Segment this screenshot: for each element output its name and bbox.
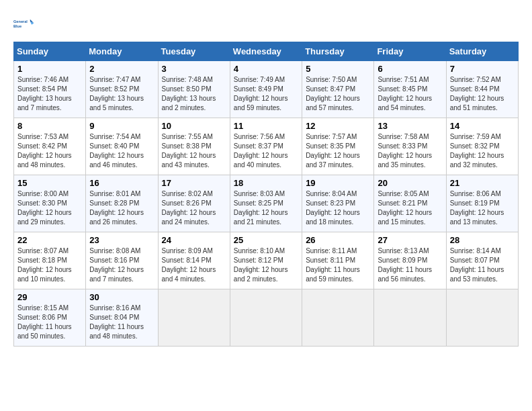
day-info: Sunrise: 8:02 AM Sunset: 8:26 PM Dayligh…: [162, 189, 226, 227]
day-info: Sunrise: 7:56 AM Sunset: 8:37 PM Dayligh…: [234, 132, 298, 170]
day-header-thursday: Thursday: [302, 42, 374, 61]
day-number: 18: [234, 178, 298, 188]
calendar-cell: 30Sunrise: 8:16 AM Sunset: 8:04 PM Dayli…: [86, 289, 158, 347]
day-number: 10: [162, 121, 226, 131]
calendar-cell: 10Sunrise: 7:55 AM Sunset: 8:38 PM Dayli…: [158, 118, 230, 175]
calendar-cell: 21Sunrise: 8:06 AM Sunset: 8:19 PM Dayli…: [446, 175, 518, 232]
calendar-cell: 2Sunrise: 7:47 AM Sunset: 8:52 PM Daylig…: [86, 61, 158, 118]
day-number: 7: [450, 64, 515, 74]
calendar-cell: 19Sunrise: 8:04 AM Sunset: 8:23 PM Dayli…: [302, 175, 374, 232]
day-info: Sunrise: 8:11 AM Sunset: 8:11 PM Dayligh…: [306, 246, 370, 284]
calendar-cell: 9Sunrise: 7:54 AM Sunset: 8:40 PM Daylig…: [86, 118, 158, 175]
day-info: Sunrise: 8:14 AM Sunset: 8:07 PM Dayligh…: [450, 246, 515, 284]
calendar-cell: 16Sunrise: 8:01 AM Sunset: 8:28 PM Dayli…: [86, 175, 158, 232]
calendar-cell: [158, 289, 230, 347]
day-info: Sunrise: 8:07 AM Sunset: 8:18 PM Dayligh…: [17, 246, 82, 284]
calendar-cell: 7Sunrise: 7:52 AM Sunset: 8:44 PM Daylig…: [446, 61, 518, 118]
calendar-cell: 5Sunrise: 7:50 AM Sunset: 8:47 PM Daylig…: [302, 61, 374, 118]
day-info: Sunrise: 8:13 AM Sunset: 8:09 PM Dayligh…: [378, 246, 442, 284]
day-info: Sunrise: 8:15 AM Sunset: 8:06 PM Dayligh…: [17, 304, 82, 341]
calendar-cell: [374, 289, 446, 347]
calendar-cell: [302, 289, 374, 347]
calendar-cell: 28Sunrise: 8:14 AM Sunset: 8:07 PM Dayli…: [446, 232, 518, 289]
calendar-cell: 6Sunrise: 7:51 AM Sunset: 8:45 PM Daylig…: [374, 61, 446, 118]
calendar-cell: 8Sunrise: 7:53 AM Sunset: 8:42 PM Daylig…: [14, 118, 86, 175]
day-number: 16: [89, 178, 154, 188]
day-number: 21: [450, 178, 515, 188]
day-number: 25: [234, 235, 298, 245]
day-info: Sunrise: 7:49 AM Sunset: 8:49 PM Dayligh…: [234, 75, 298, 113]
calendar-cell: 13Sunrise: 7:58 AM Sunset: 8:33 PM Dayli…: [374, 118, 446, 175]
day-number: 27: [378, 235, 442, 245]
day-number: 1: [17, 64, 82, 74]
calendar-cell: 26Sunrise: 8:11 AM Sunset: 8:11 PM Dayli…: [302, 232, 374, 289]
day-number: 4: [234, 64, 298, 74]
day-number: 13: [378, 121, 442, 131]
day-info: Sunrise: 8:00 AM Sunset: 8:30 PM Dayligh…: [17, 189, 82, 227]
day-info: Sunrise: 7:50 AM Sunset: 8:47 PM Dayligh…: [306, 75, 370, 113]
day-info: Sunrise: 7:52 AM Sunset: 8:44 PM Dayligh…: [450, 75, 515, 113]
day-number: 12: [306, 121, 370, 131]
day-number: 26: [306, 235, 370, 245]
day-number: 24: [162, 235, 226, 245]
header: GeneralBlue: [13, 13, 519, 35]
day-info: Sunrise: 8:03 AM Sunset: 8:25 PM Dayligh…: [234, 189, 298, 227]
day-info: Sunrise: 8:05 AM Sunset: 8:21 PM Dayligh…: [378, 189, 442, 227]
day-number: 22: [17, 235, 82, 245]
day-header-saturday: Saturday: [446, 42, 518, 61]
calendar-cell: 22Sunrise: 8:07 AM Sunset: 8:18 PM Dayli…: [14, 232, 86, 289]
day-number: 6: [378, 64, 442, 74]
calendar-cell: 23Sunrise: 8:08 AM Sunset: 8:16 PM Dayli…: [86, 232, 158, 289]
day-header-wednesday: Wednesday: [230, 42, 302, 61]
calendar-cell: 25Sunrise: 8:10 AM Sunset: 8:12 PM Dayli…: [230, 232, 302, 289]
day-number: 9: [89, 121, 154, 131]
logo-icon: GeneralBlue: [13, 13, 35, 35]
days-header-row: SundayMondayTuesdayWednesdayThursdayFrid…: [14, 42, 519, 61]
day-number: 15: [17, 178, 82, 188]
calendar-cell: 3Sunrise: 7:48 AM Sunset: 8:50 PM Daylig…: [158, 61, 230, 118]
day-info: Sunrise: 8:06 AM Sunset: 8:19 PM Dayligh…: [450, 189, 515, 227]
week-row-1: 1Sunrise: 7:46 AM Sunset: 8:54 PM Daylig…: [14, 61, 519, 118]
day-number: 8: [17, 121, 82, 131]
calendar-cell: 27Sunrise: 8:13 AM Sunset: 8:09 PM Dayli…: [374, 232, 446, 289]
calendar-cell: 20Sunrise: 8:05 AM Sunset: 8:21 PM Dayli…: [374, 175, 446, 232]
day-info: Sunrise: 8:16 AM Sunset: 8:04 PM Dayligh…: [89, 304, 154, 341]
calendar-cell: 29Sunrise: 8:15 AM Sunset: 8:06 PM Dayli…: [14, 289, 86, 347]
day-info: Sunrise: 8:08 AM Sunset: 8:16 PM Dayligh…: [89, 246, 154, 284]
calendar-table: SundayMondayTuesdayWednesdayThursdayFrid…: [13, 42, 519, 347]
week-row-2: 8Sunrise: 7:53 AM Sunset: 8:42 PM Daylig…: [14, 118, 519, 175]
week-row-5: 29Sunrise: 8:15 AM Sunset: 8:06 PM Dayli…: [14, 289, 519, 347]
day-number: 3: [162, 64, 226, 74]
day-number: 19: [306, 178, 370, 188]
calendar-cell: 14Sunrise: 7:59 AM Sunset: 8:32 PM Dayli…: [446, 118, 518, 175]
calendar-cell: [446, 289, 518, 347]
day-info: Sunrise: 7:54 AM Sunset: 8:40 PM Dayligh…: [89, 132, 154, 170]
day-header-tuesday: Tuesday: [158, 42, 230, 61]
svg-text:Blue: Blue: [13, 24, 21, 28]
day-number: 14: [450, 121, 515, 131]
day-info: Sunrise: 7:58 AM Sunset: 8:33 PM Dayligh…: [378, 132, 442, 170]
logo: GeneralBlue: [13, 13, 35, 35]
calendar-cell: [230, 289, 302, 347]
day-header-monday: Monday: [86, 42, 158, 61]
day-number: 28: [450, 235, 515, 245]
calendar-cell: 12Sunrise: 7:57 AM Sunset: 8:35 PM Dayli…: [302, 118, 374, 175]
week-row-3: 15Sunrise: 8:00 AM Sunset: 8:30 PM Dayli…: [14, 175, 519, 232]
day-number: 30: [89, 292, 154, 302]
day-number: 20: [378, 178, 442, 188]
day-number: 17: [162, 178, 226, 188]
day-number: 5: [306, 64, 370, 74]
calendar-cell: 1Sunrise: 7:46 AM Sunset: 8:54 PM Daylig…: [14, 61, 86, 118]
day-number: 11: [234, 121, 298, 131]
day-info: Sunrise: 7:59 AM Sunset: 8:32 PM Dayligh…: [450, 132, 515, 170]
day-info: Sunrise: 7:53 AM Sunset: 8:42 PM Dayligh…: [17, 132, 82, 170]
calendar-cell: 24Sunrise: 8:09 AM Sunset: 8:14 PM Dayli…: [158, 232, 230, 289]
day-number: 2: [89, 64, 154, 74]
day-info: Sunrise: 7:51 AM Sunset: 8:45 PM Dayligh…: [378, 75, 442, 113]
calendar-cell: 18Sunrise: 8:03 AM Sunset: 8:25 PM Dayli…: [230, 175, 302, 232]
day-header-friday: Friday: [374, 42, 446, 61]
day-header-sunday: Sunday: [14, 42, 86, 61]
calendar-cell: 11Sunrise: 7:56 AM Sunset: 8:37 PM Dayli…: [230, 118, 302, 175]
day-info: Sunrise: 8:01 AM Sunset: 8:28 PM Dayligh…: [89, 189, 154, 227]
calendar-cell: 15Sunrise: 8:00 AM Sunset: 8:30 PM Dayli…: [14, 175, 86, 232]
